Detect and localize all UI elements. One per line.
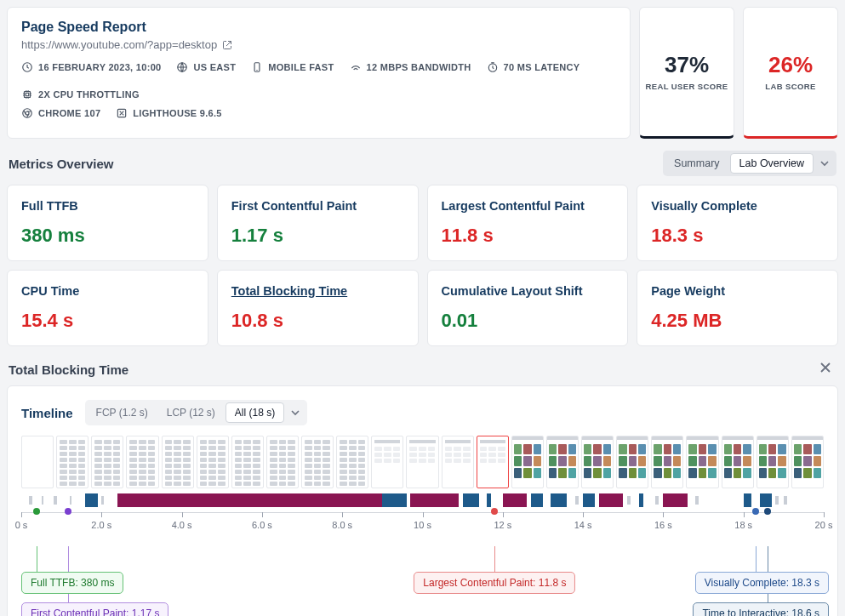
chevron-down-icon [820,159,829,168]
marker-dot [491,508,498,515]
filmstrip-frame [546,436,579,488]
filmstrip-frame [301,436,334,488]
filmstrip-frame [511,436,544,488]
axis-tick-label: 12 s [494,520,511,530]
metric-value: 18.3 s [651,225,824,247]
metric-card[interactable]: Cumulative Layout Shift0.01 [427,270,629,346]
tbt-card: Timeline FCP (1.2 s) LCP (12 s) All (18 … [7,385,838,616]
metric-card[interactable]: Page Weight4.25 MB [637,270,838,346]
filmstrip-frame [126,436,158,488]
metric-card[interactable]: Full TTFB380 ms [7,185,208,261]
chevron-down-icon [291,408,300,417]
marker-label-fcp: First Contentful Paint: 1.17 s [21,602,168,616]
report-url-text: https://www.youtube.com/?app=desktop [21,38,217,51]
axis-tick-label: 18 s [734,520,752,530]
lab-score-card[interactable]: 26% LAB SCORE [743,7,838,139]
filmstrip-frame [477,436,509,488]
filmstrip-frame [91,436,123,488]
close-button[interactable] [814,360,836,379]
timeline-dropdown-caret[interactable] [286,408,305,417]
metric-name: First Contentful Paint [231,199,404,213]
metric-value: 0.01 [442,310,614,332]
lab-score-label: LAB SCORE [765,82,816,92]
axis-tick-label: 20 s [815,520,833,530]
timeline-title: Timeline [21,406,73,420]
timeline-markers: Full TTFB: 380 msFirst Contentful Paint:… [21,546,824,616]
filmstrip-frame [442,436,474,488]
cpu-icon [21,88,33,100]
marker-dot [65,508,71,515]
meta-bandwidth-text: 12 MBPS BANDWIDTH [367,62,471,72]
meta-location-text: US EAST [193,62,236,72]
filmstrip-frame [406,436,438,488]
page-title: Page Speed Report [21,20,616,35]
filmstrip-frame [722,436,754,488]
axis-tick-label: 8.0 s [332,520,352,530]
meta-row-1: 16 FEBRUARY 2023, 10:00 US EAST MOBILE F… [21,61,616,100]
filmstrip-frame [336,436,368,488]
meta-device-text: MOBILE FAST [268,62,334,72]
filmstrip-frame [651,436,683,488]
axis-tick-label: 0 s [15,520,28,530]
marker-dot [764,508,771,515]
meta-location: US EAST [176,61,236,73]
metric-name: Largest Contentful Paint [442,199,614,213]
pill-all[interactable]: All (18 s) [226,402,284,423]
metric-name: Total Blocking Time [231,284,404,298]
metric-name: Cumulative Layout Shift [442,284,614,298]
metric-value: 11.8 s [442,225,614,247]
metric-card[interactable]: Total Blocking Time10.8 s [217,270,419,346]
activity-bar [21,493,824,507]
meta-browser-text: CHROME 107 [38,108,100,118]
axis-tick-label: 4.0 s [172,520,192,530]
filmstrip-frame [21,436,54,488]
real-user-score-card[interactable]: 37% REAL USER SCORE [639,7,734,139]
tab-dropdown-caret[interactable] [815,159,834,168]
axis-tick-label: 2.0 s [91,520,111,530]
meta-row-2: CHROME 107 LIGHTHOUSE 9.6.5 [21,107,616,119]
close-icon [819,362,831,374]
timeline-range-pills: FCP (1.2 s) LCP (12 s) All (18 s) [85,400,308,425]
tab-summary[interactable]: Summary [665,154,728,173]
filmstrip-frame [686,436,718,488]
metric-name: Page Weight [651,284,824,298]
svg-rect-5 [26,93,29,96]
metric-value: 10.8 s [231,310,404,332]
tab-lab-overview[interactable]: Lab Overview [730,153,814,174]
metric-card[interactable]: CPU Time15.4 s [7,270,208,346]
pill-fcp[interactable]: FCP (1.2 s) [88,403,157,422]
meta-latency-text: 70 MS LATENCY [504,62,580,72]
marker-dot [752,508,759,515]
filmstrip-frame [371,436,403,488]
metric-name: Full TTFB [21,199,194,213]
meta-cpu-text: 2X CPU THROTTLING [38,89,140,100]
latency-icon [487,61,499,73]
axis-tick-label: 6.0 s [252,520,272,530]
metric-card[interactable]: First Contentful Paint1.17 s [217,185,419,261]
metric-value: 1.17 s [231,225,404,247]
filmstrip-frame [162,436,194,488]
report-url[interactable]: https://www.youtube.com/?app=desktop [21,38,616,51]
metric-value: 15.4 s [21,310,194,332]
meta-date-text: 16 FEBRUARY 2023, 10:00 [38,62,161,72]
bandwidth-icon [350,61,362,73]
metric-name: Visually Complete [651,199,824,213]
filmstrip-frame [616,436,648,488]
axis-tick-label: 14 s [574,520,592,530]
overview-tab-group: Summary Lab Overview [663,151,836,176]
device-icon [251,61,263,73]
metrics-overview-title: Metrics Overview [9,157,113,171]
metric-card[interactable]: Largest Contentful Paint11.8 s [427,185,629,261]
metric-card[interactable]: Visually Complete18.3 s [637,185,838,261]
meta-browser: CHROME 107 [21,107,100,119]
marker-label-ttfb: Full TTFB: 380 ms [21,572,123,594]
globe-icon [176,61,188,73]
clock-icon [21,61,33,73]
real-user-score-label: REAL USER SCORE [645,82,728,92]
metric-name: CPU Time [21,284,194,298]
pill-lcp[interactable]: LCP (12 s) [158,403,224,422]
meta-cpu-throttling: 2X CPU THROTTLING [21,88,140,100]
meta-date: 16 FEBRUARY 2023, 10:00 [21,61,161,73]
filmstrip [21,436,824,488]
tbt-section-title: Total Blocking Time [9,362,128,377]
